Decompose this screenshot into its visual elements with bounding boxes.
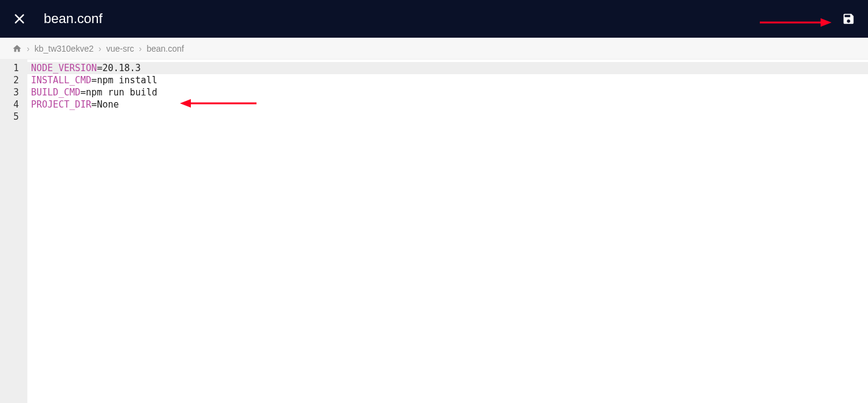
token-value: npm install	[97, 75, 157, 86]
code-line[interactable]: INSTALL_CMD=npm install	[31, 74, 868, 86]
close-button[interactable]	[12, 12, 27, 26]
token-value: npm run build	[86, 87, 157, 98]
save-button[interactable]	[841, 12, 856, 26]
line-number: 2	[0, 74, 27, 86]
line-gutter: 1 2 3 4 5	[0, 60, 27, 403]
code-line[interactable]: PROJECT_DIR=None	[31, 98, 868, 111]
code-line[interactable]	[31, 111, 868, 123]
line-number: 1	[0, 62, 27, 74]
token-value: 20.18.3	[102, 63, 140, 74]
breadcrumb-item[interactable]: kb_tw310ekve2	[35, 44, 94, 53]
code-line[interactable]: BUILD_CMD=npm run build	[31, 86, 868, 98]
code-area[interactable]: NODE_VERSION=20.18.3 INSTALL_CMD=npm ins…	[27, 60, 868, 403]
close-icon	[13, 12, 26, 26]
breadcrumb-separator: ›	[139, 44, 142, 53]
code-line[interactable]: NODE_VERSION=20.18.3	[27, 62, 868, 74]
file-title: bean.conf	[44, 11, 103, 27]
line-number: 3	[0, 86, 27, 98]
token-value: None	[97, 99, 119, 110]
home-icon[interactable]	[12, 44, 22, 53]
token-eq: =	[80, 87, 86, 98]
breadcrumb-separator: ›	[98, 44, 102, 53]
header-bar: bean.conf	[0, 0, 868, 38]
line-number: 4	[0, 98, 27, 111]
save-icon	[842, 12, 855, 26]
breadcrumb-item[interactable]: bean.conf	[146, 44, 184, 53]
line-number: 5	[0, 111, 27, 123]
header-left: bean.conf	[12, 11, 103, 27]
breadcrumb: › kb_tw310ekve2 › vue-src › bean.conf	[0, 38, 868, 60]
code-editor[interactable]: 1 2 3 4 5 NODE_VERSION=20.18.3 INSTALL_C…	[0, 60, 868, 403]
token-key: NODE_VERSION	[31, 63, 97, 74]
token-key: PROJECT_DIR	[31, 99, 91, 110]
token-key: BUILD_CMD	[31, 87, 80, 98]
breadcrumb-separator: ›	[27, 44, 30, 53]
breadcrumb-item[interactable]: vue-src	[106, 44, 134, 53]
token-key: INSTALL_CMD	[31, 75, 91, 86]
